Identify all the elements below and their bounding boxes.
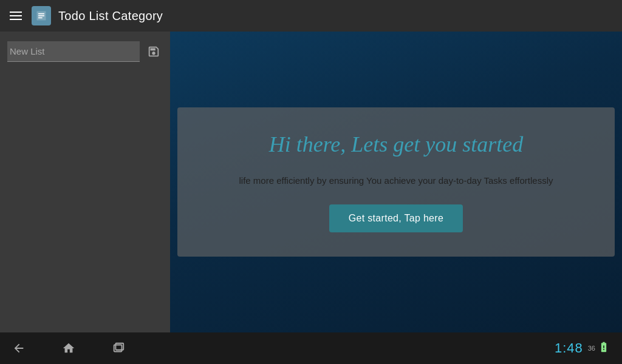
recents-button[interactable]: [112, 342, 125, 355]
get-started-button[interactable]: Get started, Tap here: [329, 204, 463, 232]
welcome-subtitle: life more efficiently by ensuring You ac…: [239, 174, 553, 188]
home-button[interactable]: [62, 342, 75, 355]
back-button[interactable]: [12, 342, 26, 355]
app-bar: Todo List Category: [0, 0, 622, 32]
welcome-heading: Hi there, Lets get you started: [269, 132, 524, 157]
time-display: 1:48: [555, 340, 583, 356]
app-logo-icon: [32, 6, 51, 25]
new-list-input[interactable]: [7, 41, 140, 62]
hamburger-menu-icon[interactable]: [7, 9, 24, 22]
sidebar: [0, 32, 170, 332]
nav-left-icons: [12, 342, 125, 355]
main-panel: Hi there, Lets get you started life more…: [170, 32, 622, 332]
save-icon: [147, 45, 160, 58]
battery-charging-icon: [598, 341, 610, 356]
nav-right-status: 1:48 36: [555, 340, 610, 356]
battery-info: 36: [588, 341, 610, 356]
welcome-card: Hi there, Lets get you started life more…: [177, 107, 615, 257]
page-title: Todo List Category: [58, 9, 163, 23]
nav-bar: 1:48 36: [0, 332, 622, 364]
battery-percent: 36: [588, 345, 595, 352]
main-content: Hi there, Lets get you started life more…: [0, 32, 622, 332]
save-list-button[interactable]: [145, 42, 163, 61]
new-list-container: [7, 41, 163, 62]
